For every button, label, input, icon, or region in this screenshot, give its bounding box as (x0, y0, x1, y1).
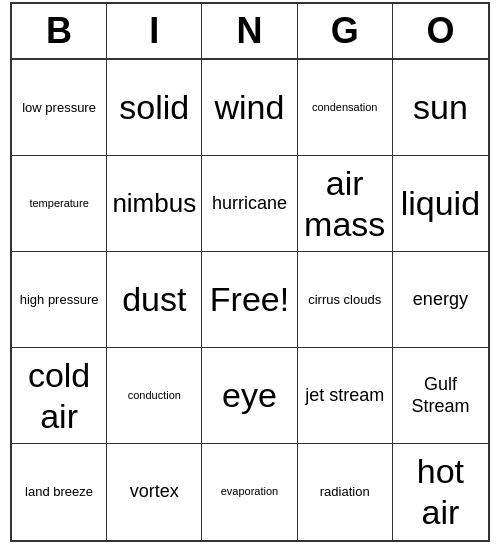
cell-text: nimbus (112, 188, 196, 219)
cell-text: cold air (16, 355, 102, 437)
bingo-cell: wind (202, 60, 297, 156)
cell-text: low pressure (22, 100, 96, 116)
bingo-cell: hot air (393, 444, 488, 540)
bingo-grid: low pressuresolidwindcondensationsuntemp… (12, 60, 488, 540)
bingo-cell: energy (393, 252, 488, 348)
bingo-cell: dust (107, 252, 202, 348)
cell-text: sun (413, 87, 468, 128)
cell-text: hurricane (212, 193, 287, 215)
cell-text: radiation (320, 484, 370, 500)
cell-text: liquid (401, 183, 480, 224)
bingo-cell: low pressure (12, 60, 107, 156)
cell-text: conduction (128, 389, 181, 402)
bingo-cell: cold air (12, 348, 107, 444)
bingo-cell: vortex (107, 444, 202, 540)
cell-text: Gulf Stream (397, 374, 484, 417)
header-letter: G (298, 4, 393, 58)
header-letter: O (393, 4, 488, 58)
bingo-cell: condensation (298, 60, 393, 156)
cell-text: eye (222, 375, 277, 416)
bingo-cell: jet stream (298, 348, 393, 444)
cell-text: energy (413, 289, 468, 311)
bingo-cell: temperature (12, 156, 107, 252)
bingo-cell: land breeze (12, 444, 107, 540)
bingo-cell: air mass (298, 156, 393, 252)
bingo-cell: solid (107, 60, 202, 156)
bingo-cell: Free! (202, 252, 297, 348)
bingo-cell: evaporation (202, 444, 297, 540)
cell-text: vortex (130, 481, 179, 503)
cell-text: evaporation (221, 485, 279, 498)
bingo-cell: eye (202, 348, 297, 444)
bingo-cell: sun (393, 60, 488, 156)
bingo-cell: Gulf Stream (393, 348, 488, 444)
bingo-card: BINGO low pressuresolidwindcondensations… (10, 2, 490, 542)
cell-text: wind (215, 87, 285, 128)
header-letter: I (107, 4, 202, 58)
cell-text: land breeze (25, 484, 93, 500)
header-letter: B (12, 4, 107, 58)
bingo-cell: liquid (393, 156, 488, 252)
cell-text: condensation (312, 101, 377, 114)
bingo-cell: hurricane (202, 156, 297, 252)
bingo-header: BINGO (12, 4, 488, 60)
cell-text: dust (122, 279, 186, 320)
cell-text: Free! (210, 279, 289, 320)
cell-text: air mass (302, 163, 388, 245)
bingo-cell: radiation (298, 444, 393, 540)
bingo-cell: high pressure (12, 252, 107, 348)
cell-text: temperature (29, 197, 88, 210)
cell-text: jet stream (305, 385, 384, 407)
bingo-cell: cirrus clouds (298, 252, 393, 348)
bingo-cell: nimbus (107, 156, 202, 252)
bingo-cell: conduction (107, 348, 202, 444)
header-letter: N (202, 4, 297, 58)
cell-text: high pressure (20, 292, 99, 308)
cell-text: hot air (397, 451, 484, 533)
cell-text: solid (119, 87, 189, 128)
cell-text: cirrus clouds (308, 292, 381, 308)
